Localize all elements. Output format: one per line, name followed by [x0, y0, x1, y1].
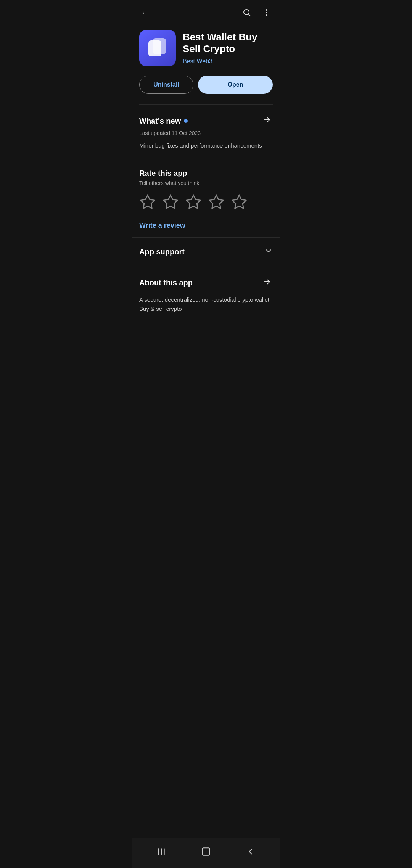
rate-section: Rate this app Tell others what you think	[132, 158, 280, 237]
svg-marker-12	[232, 195, 246, 208]
new-indicator-dot	[184, 119, 188, 123]
uninstall-button[interactable]: Uninstall	[139, 76, 193, 94]
about-header: About this app	[139, 276, 273, 290]
app-support-section[interactable]: App support	[132, 237, 280, 267]
more-button[interactable]	[261, 6, 273, 19]
top-bar: ←	[132, 0, 280, 24]
whats-new-date: Last updated 11 Oct 2023	[139, 130, 273, 136]
star-3[interactable]	[185, 194, 202, 213]
svg-marker-9	[164, 195, 178, 208]
svg-marker-8	[141, 195, 155, 208]
back-icon: ←	[141, 8, 149, 18]
arrow-right-icon	[263, 116, 271, 124]
svg-point-4	[266, 14, 267, 16]
app-title: Best Wallet Buy Sell Crypto	[183, 31, 273, 55]
svg-point-3	[266, 12, 267, 13]
star-2[interactable]	[162, 194, 179, 213]
stars-row	[139, 194, 273, 213]
about-section: About this app A secure, decentralized, …	[132, 267, 280, 320]
star-1[interactable]	[139, 194, 156, 213]
app-developer: Best Web3	[183, 58, 273, 65]
star-5[interactable]	[231, 194, 248, 213]
support-title: App support	[139, 248, 185, 256]
app-icon	[139, 30, 176, 66]
whats-new-header: What's new	[139, 114, 273, 128]
search-button[interactable]	[241, 6, 253, 19]
more-icon	[262, 8, 271, 17]
whats-new-body: Minor bug fixes and performance enhancem…	[139, 141, 273, 150]
write-review-button[interactable]: Write a review	[139, 222, 185, 230]
app-header: Best Wallet Buy Sell Crypto Best Web3	[132, 24, 280, 74]
svg-marker-10	[187, 195, 201, 208]
whats-new-arrow-button[interactable]	[261, 114, 273, 128]
back-button[interactable]: ←	[139, 6, 151, 19]
star-4[interactable]	[208, 194, 225, 213]
svg-point-0	[244, 10, 249, 15]
about-arrow-button[interactable]	[261, 276, 273, 290]
whats-new-title-row: What's new	[139, 117, 188, 125]
rate-subtitle: Tell others what you think	[139, 180, 273, 186]
bottom-spacer	[132, 320, 280, 350]
svg-rect-6	[153, 38, 166, 54]
svg-line-1	[249, 14, 250, 16]
whats-new-title: What's new	[139, 117, 181, 125]
chevron-down-icon	[264, 247, 273, 257]
action-buttons: Uninstall Open	[132, 74, 280, 104]
search-icon	[242, 8, 251, 17]
open-button[interactable]: Open	[198, 76, 273, 94]
svg-marker-11	[209, 195, 224, 208]
app-info: Best Wallet Buy Sell Crypto Best Web3	[183, 30, 273, 65]
svg-point-2	[266, 9, 267, 11]
about-title: About this app	[139, 278, 193, 287]
app-icon-svg	[146, 37, 169, 59]
about-arrow-right-icon	[263, 278, 271, 286]
rate-title: Rate this app	[139, 169, 273, 178]
whats-new-section: What's new Last updated 11 Oct 2023 Mino…	[132, 105, 280, 158]
about-body: A secure, decentralized, non-custodial c…	[139, 295, 273, 313]
